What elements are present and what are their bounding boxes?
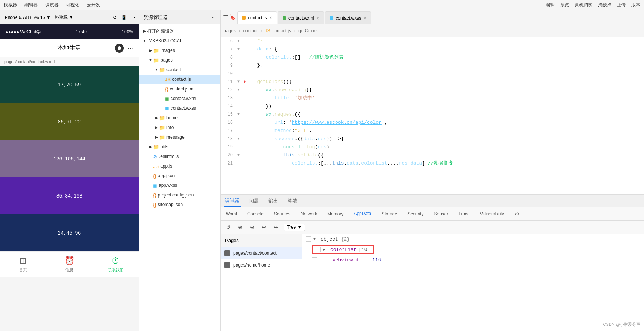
tree-utils-folder[interactable]: ▶ 📁 utils — [139, 142, 220, 152]
subtab-network[interactable]: Network — [298, 210, 319, 218]
device-selector[interactable]: iPhone 6/7/8 85% 16 ▼ — [4, 15, 51, 20]
subtab-sources[interactable]: Sources — [272, 210, 293, 218]
menu-item-editor[interactable]: 编辑器 — [24, 2, 38, 8]
more-icon[interactable]: ··· — [131, 15, 135, 20]
tree-info-folder[interactable]: ▶ 📁 info — [139, 123, 220, 132]
tree-appjson[interactable]: {} app.json — [139, 171, 220, 181]
subtab-memory[interactable]: Memory — [325, 210, 346, 218]
menu-clearbug[interactable]: 消缺择 — [598, 2, 611, 8]
split-up-btn[interactable]: ⊖ — [248, 223, 256, 231]
tree-contact-wxss[interactable]: ◼ contact.wxss — [139, 103, 220, 113]
line-arrow-12: ▼ — [237, 86, 243, 94]
subtab-more[interactable]: >> — [512, 210, 522, 218]
subtab-console[interactable]: Console — [245, 210, 266, 218]
tree-dropdown[interactable]: Tree ▼ — [284, 224, 305, 231]
tree-message-folder[interactable]: ▶ 📁 message — [139, 132, 220, 142]
data-row-webviewid[interactable]: __webviewId__ : 116 — [302, 255, 644, 265]
subtab-vulnerability[interactable]: Vulnerability — [478, 210, 506, 218]
line-num-15: 15 — [221, 110, 237, 119]
debugger-tab-terminal[interactable]: 终端 — [286, 195, 299, 207]
webviewid-checkbox[interactable] — [312, 257, 317, 262]
editor-hamburger-icon[interactable]: ☰ — [223, 14, 228, 21]
line-content-14: }) — [247, 102, 644, 110]
line-arrow-18: ▼ — [237, 135, 243, 143]
colorlist-expand-icon[interactable]: ▶ — [323, 247, 328, 252]
subtab-security[interactable]: Security — [405, 210, 426, 218]
menu-item-visual[interactable]: 可视化 — [66, 2, 79, 8]
record-button[interactable] — [115, 44, 124, 53]
menu-item-cloud[interactable]: 云开发 — [87, 2, 100, 8]
line-num-9: 9 — [221, 62, 237, 70]
menu-item-debugger[interactable]: 调试器 — [45, 2, 59, 8]
menu-upload[interactable]: 上传 — [617, 2, 626, 8]
refresh-btn[interactable]: ↺ — [224, 223, 232, 231]
menu-item-simulator[interactable]: 模拟器 — [4, 2, 17, 8]
refresh-icon[interactable]: ↺ — [113, 15, 117, 20]
subtab-appdata[interactable]: AppData — [351, 209, 373, 218]
phone-icon[interactable]: 📱 — [121, 15, 127, 20]
menu-version[interactable]: 版本 — [631, 2, 640, 8]
line-num-21: 21 — [221, 159, 237, 168]
filetree-panel: 资源管理器 ··· ▶ 打开的编辑器 ▼ MKBK02-LOCAL ▶ 📁 im… — [139, 10, 221, 331]
debugger-tab-output[interactable]: 输出 — [267, 195, 280, 207]
data-row-object[interactable]: ▼ object {2} — [302, 234, 644, 244]
object-expand-icon[interactable]: ▼ — [313, 237, 318, 241]
debugger-tab-debugger[interactable]: 调试器 — [224, 195, 241, 207]
tab-contact-wxml[interactable]: contact.wxml × — [278, 11, 324, 24]
tree-open-editors[interactable]: ▶ 打开的编辑器 — [139, 26, 220, 36]
subtab-storage[interactable]: Storage — [379, 210, 399, 218]
sitemap-label: sitemap.json — [158, 202, 183, 207]
tree-appwxss[interactable]: ◼ app.wxss — [139, 181, 220, 190]
menu-edit[interactable]: 编辑 — [546, 2, 555, 8]
tree-eslintrc[interactable]: ⚙ .eslintrc.js — [139, 152, 220, 161]
color-list: 17, 70, 59 85, 91, 22 126, 105, 144 85, … — [0, 66, 139, 251]
code-editor[interactable]: 6 ▼ */ 7 ▼ data: { 8 colorList:[] //随机颜色… — [221, 37, 644, 194]
tab-home[interactable]: ⊞ 首页 — [0, 256, 46, 273]
breadcrumb-contact[interactable]: contact — [243, 28, 258, 33]
filetree-more-icon[interactable]: ··· — [212, 14, 216, 20]
menu-dots-icon[interactable]: ··· — [128, 44, 133, 52]
info-folder-icon: 📁 — [159, 125, 165, 130]
undo-btn[interactable]: ↩ — [260, 223, 268, 231]
tab-contact-wxss[interactable]: contact.wxss × — [325, 11, 371, 24]
tab-contact-js[interactable]: contact.js × — [237, 11, 277, 24]
message-folder-icon: 📁 — [159, 135, 165, 140]
subtab-sensor[interactable]: Sensor — [432, 210, 450, 218]
contact-js-file-icon: JS — [165, 77, 171, 82]
tab-close-wxml-icon[interactable]: × — [316, 15, 319, 21]
menu-preview[interactable]: 预览 — [560, 2, 569, 8]
tree-root-folder[interactable]: ▼ MKBK02-LOCAL — [139, 36, 220, 46]
breadcrumb-function[interactable]: getColors — [298, 28, 317, 33]
breadcrumb-pages[interactable]: pages — [224, 28, 236, 33]
tree-pages-folder[interactable]: ▼ 📁 pages — [139, 55, 220, 65]
tree-contact-js[interactable]: JS contact.js — [139, 75, 220, 84]
breadcrumb-file[interactable]: contact.js — [272, 28, 291, 33]
tree-sitemap[interactable]: {} sitemap.json — [139, 200, 220, 209]
tree-projectconfig[interactable]: {} project.config.json — [139, 190, 220, 200]
tab-home-icon: ⊞ — [20, 256, 26, 266]
redo-btn[interactable]: ↪ — [272, 223, 280, 231]
tab-close-js-icon[interactable]: × — [269, 15, 272, 21]
line-num-11: 11 — [221, 78, 237, 86]
tree-contact-wxml[interactable]: ◼ contact.wxml — [139, 94, 220, 103]
tree-images-folder[interactable]: ▶ 📁 images — [139, 46, 220, 55]
page-item-home[interactable]: pages/home/home — [221, 259, 302, 271]
tab-info[interactable]: ⏰ 信息 — [46, 256, 93, 273]
subtab-trace[interactable]: Trace — [456, 210, 472, 218]
tree-contact-folder[interactable]: ▼ 📁 contact — [139, 65, 220, 75]
data-row-colorlist[interactable]: ▶ colorList [10] — [302, 244, 644, 255]
tree-appjs[interactable]: JS app.js — [139, 161, 220, 171]
tree-home-folder[interactable]: ▶ 📁 home — [139, 113, 220, 123]
menu-real-debug[interactable]: 真机调试 — [575, 2, 592, 8]
split-down-btn[interactable]: ⊕ — [236, 223, 244, 231]
hotreload-btn[interactable]: 热重载 ▼ — [55, 14, 73, 20]
subtab-wxml[interactable]: Wxml — [224, 210, 239, 218]
editor-bookmark-icon[interactable]: 🔖 — [229, 14, 236, 20]
tab-close-wxss-icon[interactable]: × — [363, 15, 366, 21]
object-checkbox[interactable] — [306, 236, 311, 242]
tab-contact[interactable]: ⏱ 联系我们 — [92, 256, 139, 273]
tree-contact-json[interactable]: {} contact.json — [139, 84, 220, 94]
colorlist-checkbox[interactable] — [316, 247, 321, 252]
page-item-contact[interactable]: pages/contact/contact — [221, 247, 302, 259]
debugger-tab-issues[interactable]: 问题 — [248, 195, 260, 207]
